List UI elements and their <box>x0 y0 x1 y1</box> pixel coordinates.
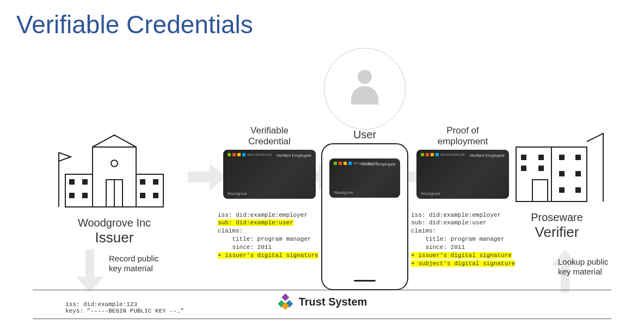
svg-rect-33 <box>281 294 289 301</box>
issuer-role: Issuer <box>49 229 180 246</box>
svg-rect-28 <box>576 172 580 176</box>
proof-label: Proof ofemployment <box>411 125 514 148</box>
verifier-name: Proseware <box>502 211 611 224</box>
credential-card-icon: WOODGROVE Verified Employee Woodgrove <box>223 150 316 199</box>
svg-rect-24 <box>539 166 543 170</box>
svg-rect-21 <box>522 155 526 160</box>
proof-claims: iss: did:example:employer sub: did:examp… <box>411 203 514 268</box>
svg-rect-13 <box>140 193 145 198</box>
arrow-record-down-icon <box>76 249 103 295</box>
issuer-building-icon <box>49 125 180 212</box>
svg-rect-22 <box>539 155 543 160</box>
proof-of-employment-block: Proof ofemployment WOODGROVE Verified Em… <box>411 125 514 268</box>
phone-card-icon: WOODGROVE Verified Employee Woodgrove <box>329 158 400 198</box>
verifier-role: Verifier <box>502 224 611 241</box>
issuer-name: Woodgrove Inc <box>49 217 180 229</box>
proof-card-icon: WOODGROVE Verified Employee Woodgrove <box>416 150 509 199</box>
svg-marker-31 <box>76 249 103 293</box>
svg-rect-26 <box>576 155 580 160</box>
svg-rect-6 <box>70 180 74 184</box>
svg-rect-20 <box>532 180 548 201</box>
phone-icon: WOODGROVE Verified Employee Woodgrove <box>321 143 408 290</box>
svg-rect-25 <box>560 155 564 160</box>
svg-rect-11 <box>140 180 145 184</box>
svg-rect-27 <box>560 172 564 176</box>
trust-system-label: Trust System <box>277 294 367 310</box>
svg-rect-23 <box>522 166 526 170</box>
credential-claims: iss: did:example:employer sub: did:examp… <box>218 203 321 260</box>
svg-rect-12 <box>154 180 158 184</box>
svg-rect-9 <box>83 193 87 198</box>
verifiable-credential-block: VerifiableCredential WOODGROVE Verified … <box>218 125 321 260</box>
svg-rect-30 <box>576 188 580 192</box>
verifier-block: Proseware Verifier <box>502 120 611 241</box>
trust-system-footer: iss: did:example:123 keys: "-----BEGIN P… <box>33 290 611 319</box>
diagram-stage: Woodgrove Inc Issuer VerifiableCredentia… <box>0 54 644 283</box>
svg-rect-8 <box>70 193 74 198</box>
record-public-key-label: Record publickey material <box>109 254 174 273</box>
verifier-building-icon <box>505 120 609 207</box>
svg-rect-29 <box>560 188 564 192</box>
credential-label: VerifiableCredential <box>218 125 321 148</box>
slide-title: Verifiable Credentials <box>16 10 253 39</box>
user-avatar-icon <box>324 48 406 130</box>
lookup-public-key-label: Lookup publickey material <box>558 257 623 277</box>
svg-point-2 <box>111 160 118 167</box>
issuer-block: Woodgrove Inc Issuer <box>49 125 180 246</box>
svg-rect-7 <box>83 180 87 184</box>
trust-cubes-icon <box>277 294 293 310</box>
svg-rect-14 <box>154 193 158 198</box>
user-block: User WOODGROVE Verified Employee Woodgro… <box>313 48 416 290</box>
user-label: User <box>313 129 416 141</box>
